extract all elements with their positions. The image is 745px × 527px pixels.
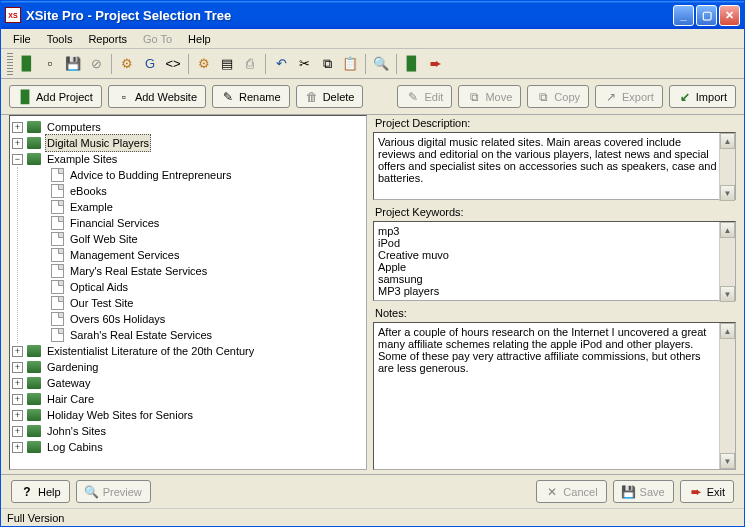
maximize-button[interactable]: ▢: [696, 5, 717, 26]
expand-icon[interactable]: +: [12, 346, 23, 357]
delete-button[interactable]: 🗑Delete: [296, 85, 364, 108]
tree-label[interactable]: Mary's Real Estate Services: [68, 263, 209, 279]
book-icon[interactable]: ▉: [16, 53, 38, 75]
cut-icon[interactable]: ✂: [293, 53, 315, 75]
tree-website[interactable]: Advice to Budding Entrepreneurs: [36, 167, 364, 183]
tree-label[interactable]: Our Test Site: [68, 295, 135, 311]
collapse-icon[interactable]: −: [12, 154, 23, 165]
web-icon[interactable]: ⚙: [116, 53, 138, 75]
tree-label[interactable]: Holiday Web Sites for Seniors: [45, 407, 195, 423]
tree-website[interactable]: Mary's Real Estate Services: [36, 263, 364, 279]
tree-label[interactable]: Golf Web Site: [68, 231, 140, 247]
tree-label[interactable]: Digital Music Players: [45, 134, 151, 152]
code-icon[interactable]: <>: [162, 53, 184, 75]
page-icon: [51, 200, 64, 214]
expand-icon[interactable]: +: [12, 122, 23, 133]
expand-icon[interactable]: +: [12, 138, 23, 149]
tree-label[interactable]: Overs 60s Holidays: [68, 311, 167, 327]
tree-website[interactable]: Golf Web Site: [36, 231, 364, 247]
book2-icon[interactable]: ▉: [401, 53, 423, 75]
clipboard-icon[interactable]: ▤: [216, 53, 238, 75]
tree-label[interactable]: Sarah's Real Estate Services: [68, 327, 214, 343]
undo-icon[interactable]: ↶: [270, 53, 292, 75]
expand-icon[interactable]: +: [12, 442, 23, 453]
tree-website[interactable]: Financial Services: [36, 215, 364, 231]
tree-project[interactable]: +Existentialist Literature of the 20th C…: [12, 343, 364, 359]
tree-label[interactable]: Hair Care: [45, 391, 96, 407]
tree-label[interactable]: Example: [68, 199, 115, 215]
globe-icon[interactable]: G: [139, 53, 161, 75]
exit-icon[interactable]: ➨: [424, 53, 446, 75]
tree-project[interactable]: +Digital Music Players: [12, 135, 364, 151]
tree-project[interactable]: +Hair Care: [12, 391, 364, 407]
tree-project[interactable]: +Log Cabins: [12, 439, 364, 455]
tree-project[interactable]: +John's Sites: [12, 423, 364, 439]
tree-project[interactable]: +Holiday Web Sites for Seniors: [12, 407, 364, 423]
menu-file[interactable]: File: [5, 31, 39, 47]
project-icon: [27, 425, 41, 437]
tree-label[interactable]: Optical Aids: [68, 279, 130, 295]
notes-textarea[interactable]: [373, 322, 736, 470]
tree-label[interactable]: Management Services: [68, 247, 181, 263]
search-icon[interactable]: 🔍: [370, 53, 392, 75]
tree-label[interactable]: John's Sites: [45, 423, 108, 439]
toolbar-handle[interactable]: [7, 53, 13, 75]
scrollbar[interactable]: ▲▼: [719, 323, 735, 469]
expand-icon[interactable]: +: [12, 410, 23, 421]
tree-label[interactable]: Log Cabins: [45, 439, 105, 455]
menu-help[interactable]: Help: [180, 31, 219, 47]
minimize-button[interactable]: _: [673, 5, 694, 26]
tree-label[interactable]: Advice to Budding Entrepreneurs: [68, 167, 233, 183]
tree-label[interactable]: Example Sites: [45, 151, 119, 167]
tree-project[interactable]: +Gateway: [12, 375, 364, 391]
rename-button[interactable]: ✎Rename: [212, 85, 290, 108]
cancel-button: ✕Cancel: [536, 480, 606, 503]
help-button[interactable]: ?Help: [11, 480, 70, 503]
copy-icon: ⧉: [536, 90, 550, 104]
gear-icon[interactable]: ⚙: [193, 53, 215, 75]
tree-label[interactable]: eBooks: [68, 183, 109, 199]
tree-website[interactable]: Sarah's Real Estate Services: [36, 327, 364, 343]
add-project-button[interactable]: ▉Add Project: [9, 85, 102, 108]
app-window: XS XSite Pro - Project Selection Tree _ …: [0, 0, 745, 527]
expand-icon[interactable]: +: [12, 362, 23, 373]
tree-website[interactable]: Overs 60s Holidays: [36, 311, 364, 327]
menu-reports[interactable]: Reports: [80, 31, 135, 47]
tree-project[interactable]: +Computers: [12, 119, 364, 135]
tree-label[interactable]: Gardening: [45, 359, 100, 375]
menu-tools[interactable]: Tools: [39, 31, 81, 47]
print-icon[interactable]: ⎙: [239, 53, 261, 75]
exit-button[interactable]: ➨Exit: [680, 480, 734, 503]
project-icon: [27, 345, 41, 357]
expand-icon[interactable]: +: [12, 394, 23, 405]
save-icon[interactable]: 💾: [62, 53, 84, 75]
close-button[interactable]: ✕: [719, 5, 740, 26]
description-textarea[interactable]: [373, 132, 736, 200]
tree-label[interactable]: Financial Services: [68, 215, 161, 231]
tree-label[interactable]: Gateway: [45, 375, 92, 391]
tree-label[interactable]: Existentialist Literature of the 20th Ce…: [45, 343, 256, 359]
tree-website[interactable]: Example: [36, 199, 364, 215]
project-icon: [27, 361, 41, 373]
add-website-button[interactable]: ▫Add Website: [108, 85, 206, 108]
import-button[interactable]: ↙Import: [669, 85, 736, 108]
search-icon: 🔍: [85, 485, 99, 499]
tree-website[interactable]: eBooks: [36, 183, 364, 199]
page-icon[interactable]: ▫: [39, 53, 61, 75]
tree-project[interactable]: −Example Sites: [12, 151, 364, 167]
tree-pane[interactable]: +Computers+Digital Music Players−Example…: [9, 115, 367, 470]
scrollbar[interactable]: ▲▼: [719, 133, 735, 201]
tree-website[interactable]: Our Test Site: [36, 295, 364, 311]
copy-icon[interactable]: ⧉: [316, 53, 338, 75]
description-label: Project Description:: [373, 115, 736, 130]
tree-website[interactable]: Management Services: [36, 247, 364, 263]
keywords-textarea[interactable]: [373, 221, 736, 301]
paste-icon[interactable]: 📋: [339, 53, 361, 75]
expand-icon[interactable]: +: [12, 426, 23, 437]
scrollbar[interactable]: ▲▼: [719, 222, 735, 302]
cancel-icon[interactable]: ⊘: [85, 53, 107, 75]
tree-project[interactable]: +Gardening: [12, 359, 364, 375]
tree-website[interactable]: Optical Aids: [36, 279, 364, 295]
expand-icon[interactable]: +: [12, 378, 23, 389]
tree-label[interactable]: Computers: [45, 119, 103, 135]
